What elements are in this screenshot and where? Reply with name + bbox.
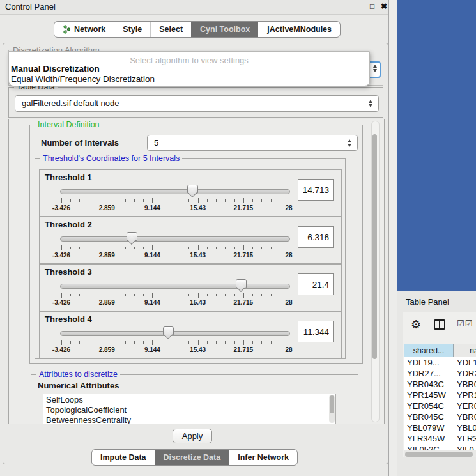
- split-columns-icon[interactable]: [434, 319, 445, 330]
- slider-tick: [198, 340, 199, 345]
- number-of-intervals-label: Number of Intervals: [41, 138, 119, 148]
- settings-scrollbar[interactable]: [371, 121, 380, 422]
- tab-label: Select: [159, 25, 183, 34]
- table-row[interactable]: YIL052CYIL0: [404, 444, 476, 450]
- slider-tick: [89, 341, 89, 344]
- slider-tick: [252, 199, 253, 202]
- slider-tick-label: 21.715: [234, 299, 254, 306]
- slider-tick: [289, 245, 289, 250]
- tab-infer-network[interactable]: Infer Network: [229, 450, 297, 465]
- numerical-attributes-list[interactable]: SelfLoopsTopologicalCoefficientBetweenne…: [43, 394, 336, 424]
- gear-icon[interactable]: ⚙: [411, 318, 421, 332]
- slider-tick: [207, 247, 208, 249]
- slider-track[interactable]: [60, 189, 290, 194]
- threshold-value-field[interactable]: [298, 321, 334, 342]
- tab-cyni-toolbox[interactable]: Cyni Toolbox: [191, 22, 258, 37]
- tab-impute-data[interactable]: Impute Data: [92, 450, 155, 465]
- slider-tick: [125, 341, 126, 344]
- slider-track[interactable]: [60, 236, 290, 242]
- slider-tick: [188, 294, 189, 296]
- table-data-value: galFiltered.sif default node: [22, 98, 119, 108]
- slider-tick: [216, 294, 217, 296]
- slider-tick-label: 28: [285, 346, 292, 353]
- attribute-list-item[interactable]: BetweennessCentrality: [43, 415, 335, 424]
- apply-button[interactable]: Apply: [173, 429, 212, 443]
- table-row[interactable]: YER054CYER0: [404, 401, 476, 411]
- slider-tick: [180, 341, 180, 344]
- slider-tick: [261, 247, 262, 249]
- slider-tick: [70, 341, 71, 344]
- cell-shared-name: YBR043C: [407, 379, 444, 390]
- slider-tick: [207, 199, 208, 202]
- slider-tick: [70, 247, 71, 249]
- list-scrollbar-thumb[interactable]: [330, 395, 334, 413]
- threshold-value-field[interactable]: [298, 273, 334, 295]
- float-window-icon[interactable]: □: [370, 2, 374, 11]
- list-scrollbar[interactable]: [329, 395, 335, 423]
- table-hscrollbar-thumb[interactable]: [405, 452, 473, 457]
- slider-tick: [70, 199, 71, 202]
- slider-thumb[interactable]: [236, 279, 247, 288]
- table-row[interactable]: YDL19...YDL1: [404, 357, 476, 368]
- slider-tick: [180, 247, 180, 249]
- attributes-group-label: Attributes to discretize: [36, 370, 120, 379]
- table-row[interactable]: YDR27...YDR2: [404, 368, 476, 379]
- column-header-shared-name[interactable]: shared...: [404, 344, 454, 357]
- cell-name: YBR0: [457, 411, 476, 422]
- control-panel-titlebar: Control Panel □ ✖: [0, 0, 388, 15]
- table-row[interactable]: YBR045CYBR0: [404, 411, 476, 422]
- interval-definition-group: Interval Definition Number of Intervals …: [29, 125, 363, 364]
- table-horizontal-scrollbar[interactable]: [404, 450, 476, 457]
- slider-thumb[interactable]: [187, 185, 198, 194]
- attribute-list-item[interactable]: TopologicalCoefficient: [43, 404, 335, 415]
- tab-jactivemnodules[interactable]: jActiveMNodules: [258, 22, 340, 37]
- threshold-label: Threshold 3: [45, 267, 92, 277]
- slider-tick: [116, 294, 116, 296]
- slider-thumb[interactable]: [127, 232, 137, 241]
- checkboxes-icon[interactable]: ☑☑: [457, 319, 473, 328]
- desktop-gap: [389, 0, 397, 476]
- slider-tick-label: 15.43: [190, 252, 206, 259]
- threshold-label: Threshold 4: [45, 314, 92, 324]
- column-header-name[interactable]: na: [454, 344, 476, 357]
- slider-tick: [171, 247, 171, 249]
- table-row[interactable]: YPR145WYPR1: [404, 390, 476, 401]
- close-panel-icon[interactable]: ✖: [381, 2, 387, 11]
- slider-tick: [198, 198, 199, 203]
- tab-label: Cyni Toolbox: [200, 25, 250, 34]
- slider-tick-label: 2.859: [99, 299, 115, 306]
- table-data-select[interactable]: galFiltered.sif default node: [15, 95, 379, 112]
- tab-style[interactable]: Style: [114, 22, 150, 37]
- threshold-value-field[interactable]: [298, 226, 334, 248]
- tab-discretize-data[interactable]: Discretize Data: [155, 450, 229, 465]
- attributes-group: Attributes to discretize Numerical Attri…: [31, 374, 358, 424]
- algorithm-option-manual[interactable]: Manual Discretization: [11, 64, 100, 73]
- slider-tick: [134, 294, 135, 296]
- slider-track[interactable]: [60, 284, 290, 289]
- table-row[interactable]: YBR043CYBR0: [404, 379, 476, 390]
- combo-spinner-icon: [372, 64, 378, 73]
- top-tab-bar: NetworkStyleSelectCyni ToolboxjActiveMNo…: [54, 21, 341, 38]
- slider-tick: [107, 198, 107, 203]
- number-of-intervals-select[interactable]: 5: [147, 135, 358, 151]
- settings-scrollbar-thumb[interactable]: [372, 134, 377, 359]
- slider-tick: [70, 294, 71, 296]
- attribute-list-item[interactable]: SelfLoops: [43, 394, 335, 404]
- algorithm-option-equal-width[interactable]: Equal Width/Frequency Discretization: [11, 74, 155, 84]
- cell-name: YIL0: [457, 444, 474, 450]
- slider-tick: [116, 199, 116, 202]
- threshold-value-field[interactable]: [298, 179, 334, 201]
- number-of-intervals-value: 5: [154, 138, 158, 148]
- thresholds-group: Threshold's Coordinates for 5 Intervals …: [35, 158, 346, 359]
- tab-network[interactable]: Network: [54, 22, 114, 37]
- threshold-label: Threshold 2: [45, 220, 92, 229]
- table-row[interactable]: YLR345WYLR3: [404, 433, 476, 444]
- slider-thumb[interactable]: [163, 326, 174, 335]
- table-row[interactable]: YBL079WYBL0: [404, 422, 476, 433]
- cell-name: YER0: [457, 401, 476, 411]
- column-divider: [454, 357, 454, 450]
- slider-tick: [89, 199, 89, 202]
- slider-tick: [188, 199, 189, 202]
- slider-track[interactable]: [60, 331, 290, 336]
- tab-select[interactable]: Select: [150, 22, 191, 37]
